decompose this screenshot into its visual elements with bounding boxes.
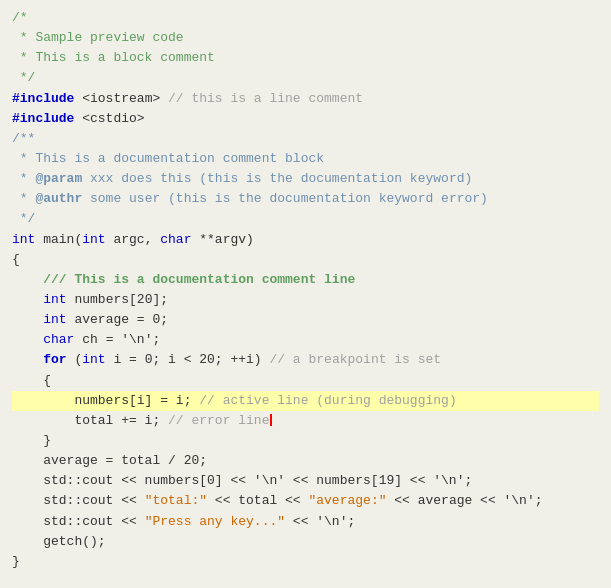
code-token: std::cout << <box>12 514 145 529</box>
code-token: ch = '\n'; <box>74 332 160 347</box>
code-line: /// This is a documentation comment line <box>12 270 599 290</box>
code-token: getch(); <box>12 534 106 549</box>
code-token: */ <box>12 70 35 85</box>
code-token: << '\n'; <box>285 514 355 529</box>
code-line: for (int i = 0; i < 20; ++i) // a breakp… <box>12 350 599 370</box>
code-token: int <box>82 352 105 367</box>
code-token: "total:" <box>145 493 207 508</box>
code-token: char <box>43 332 74 347</box>
code-token: * This is a documentation comment block <box>12 151 324 166</box>
code-line: * Sample preview code <box>12 28 599 48</box>
code-token: // a breakpoint is set <box>269 352 441 367</box>
code-token <box>12 332 43 347</box>
code-token: **argv) <box>191 232 253 247</box>
code-token: /* <box>12 10 28 25</box>
code-token: xxx does this (this is the documentation… <box>82 171 472 186</box>
code-token: // error line <box>168 413 269 428</box>
code-line: int main(int argc, char **argv) <box>12 230 599 250</box>
code-token: int <box>43 312 66 327</box>
code-line: int average = 0; <box>12 310 599 330</box>
code-token <box>12 292 43 307</box>
code-token <box>12 272 43 287</box>
code-token: // active line (during debugging) <box>199 393 456 408</box>
code-token: { <box>12 252 20 267</box>
code-line: } <box>12 552 599 572</box>
code-line: total += i; // error line <box>12 411 599 431</box>
code-token: average = total / 20; <box>12 453 207 468</box>
code-token: #include <box>12 91 82 106</box>
code-token: i = 0; i < 20; ++i) <box>106 352 270 367</box>
code-token: } <box>12 554 20 569</box>
code-token: << total << <box>207 493 308 508</box>
code-token: <iostream> <box>82 91 160 106</box>
code-token: { <box>12 373 51 388</box>
code-token: @authr <box>35 191 82 206</box>
code-token: // this is a line comment <box>160 91 363 106</box>
code-line: std::cout << numbers[0] << '\n' << numbe… <box>12 471 599 491</box>
code-token: "Press any key..." <box>145 514 285 529</box>
code-token: */ <box>12 211 35 226</box>
code-line: * This is a documentation comment block <box>12 149 599 169</box>
code-token: @param <box>35 171 82 186</box>
code-token: int <box>43 292 66 307</box>
code-token: "average:" <box>308 493 386 508</box>
code-editor: /* * Sample preview code * This is a blo… <box>12 8 599 572</box>
code-line: /* <box>12 8 599 28</box>
code-token: average = 0; <box>67 312 168 327</box>
code-token <box>12 312 43 327</box>
code-token: * <box>12 191 35 206</box>
code-line: } <box>12 431 599 451</box>
code-token: some user (this is the documentation key… <box>82 191 488 206</box>
code-token: * This is a block comment <box>12 50 215 65</box>
code-line: char ch = '\n'; <box>12 330 599 350</box>
code-token: argc, <box>106 232 161 247</box>
code-token: int <box>82 232 105 247</box>
code-line: */ <box>12 68 599 88</box>
code-token: int <box>12 232 35 247</box>
code-token: numbers[20]; <box>67 292 168 307</box>
code-token: numbers[i] = i; <box>12 393 199 408</box>
code-token: << average << '\n'; <box>386 493 542 508</box>
code-line: * This is a block comment <box>12 48 599 68</box>
code-line: average = total / 20; <box>12 451 599 471</box>
code-line: #include <cstdio> <box>12 109 599 129</box>
code-line: int numbers[20]; <box>12 290 599 310</box>
code-token: /** <box>12 131 35 146</box>
code-token: * Sample preview code <box>12 30 184 45</box>
code-token: std::cout << <box>12 493 145 508</box>
code-token: main( <box>35 232 82 247</box>
code-line: */ <box>12 209 599 229</box>
code-token: std::cout << numbers[0] << '\n' << numbe… <box>12 473 472 488</box>
code-line: std::cout << "total:" << total << "avera… <box>12 491 599 511</box>
code-line: getch(); <box>12 532 599 552</box>
code-line: { <box>12 250 599 270</box>
error-caret-icon <box>270 414 272 426</box>
code-token: } <box>12 433 51 448</box>
code-line: * @authr some user (this is the document… <box>12 189 599 209</box>
code-token: for <box>43 352 66 367</box>
code-line: * @param xxx does this (this is the docu… <box>12 169 599 189</box>
code-line: #include <iostream> // this is a line co… <box>12 89 599 109</box>
code-token: * <box>12 171 35 186</box>
code-token: ( <box>67 352 83 367</box>
code-token: total += i; <box>12 413 168 428</box>
code-token <box>12 352 43 367</box>
code-token: char <box>160 232 191 247</box>
code-line: /** <box>12 129 599 149</box>
code-token: /// This is a documentation comment line <box>43 272 355 287</box>
code-token: <cstdio> <box>82 111 144 126</box>
code-line: std::cout << "Press any key..." << '\n'; <box>12 512 599 532</box>
code-line: numbers[i] = i; // active line (during d… <box>12 391 599 411</box>
code-token: #include <box>12 111 82 126</box>
code-line: { <box>12 371 599 391</box>
